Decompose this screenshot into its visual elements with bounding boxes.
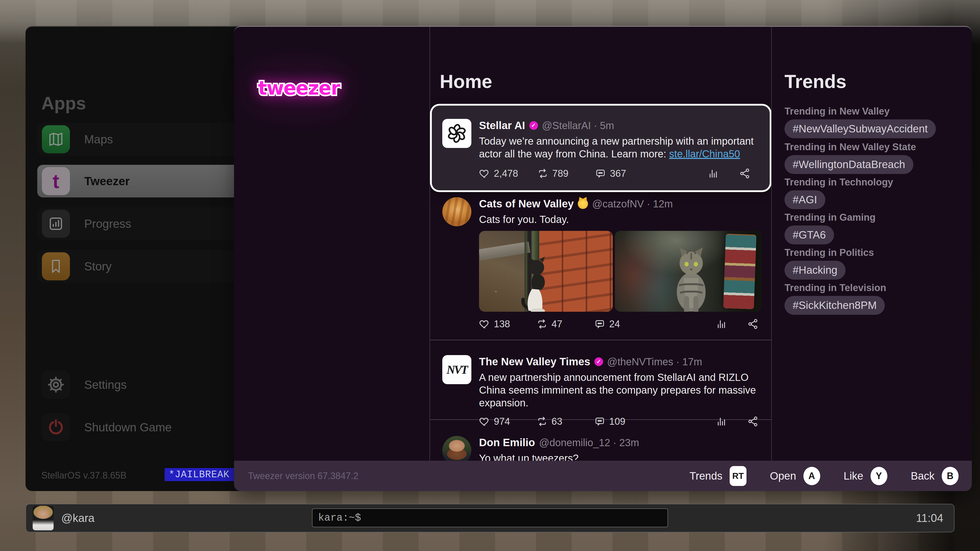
nvt-avatar: NVT [442,355,471,384]
os-version-label: StellarOS v.37.8.65B [41,470,127,481]
retweet-button[interactable]: 63 [537,416,575,427]
trend-group: Trending in New Valley #NewValleySubwayA… [784,106,962,138]
trend-tag[interactable]: #SickKitchen8PM [784,296,885,315]
sidebar-item-label: Tweezer [84,174,130,188]
tweet-author-name: Stellar AI [479,119,525,132]
gamepad-a-button[interactable]: A [803,467,820,485]
tweet-don-emilio[interactable]: Don Emilio @donemilio_12 · 23m Yo what u… [442,436,768,461]
tweet-photo-shop-cat[interactable] [615,231,762,312]
retweet-count: 789 [552,168,568,179]
tweezer-logo-text: tweezer [258,77,340,99]
trends-title: Trends [784,71,846,92]
tweet-author-handle: @catzofNV · 12m [592,197,673,210]
tweet-text: Cats for you. Today. [479,213,762,226]
taskbar-clock: 11:04 [916,512,947,524]
comment-button[interactable]: 367 [595,168,633,179]
sidebar-item-label: Maps [84,132,113,146]
terminal-input[interactable] [312,508,668,527]
comment-count: 24 [609,319,620,330]
tweezer-version-label: Tweezer version 67.3847.2 [234,471,358,481]
gamepad-hint-bar: Tweezer version 67.3847.2 Trends RT Open… [234,461,972,491]
retweet-button[interactable]: 47 [537,319,575,330]
tweet-new-valley-times[interactable]: NVT The New Valley Times ✓ @theNVTimes ·… [442,355,768,427]
trend-tag[interactable]: #GTA6 [784,225,834,245]
sidebar-item-label: Story [84,259,111,273]
trend-label: Trending in Technology [784,177,962,188]
analytics-icon[interactable] [716,416,727,427]
tweezer-window: tweezer Home [234,26,972,491]
tweet-author-name: Don Emilio [479,436,535,449]
sidebar-item-label: Settings [84,378,127,392]
like-button[interactable]: 974 [479,416,517,427]
trend-tag[interactable]: #AGI [784,190,825,209]
taskbar: @kara 11:04 [25,504,955,532]
comment-count: 367 [610,168,626,179]
share-icon[interactable] [747,416,759,427]
taskbar-username: @kara [61,512,94,524]
gamepad-b-button[interactable]: B [942,467,959,485]
trend-tag[interactable]: #NewValleySubwayAccident [784,119,936,138]
verified-badge-icon: ✓ [529,121,538,130]
retweet-count: 63 [552,416,562,427]
trend-label: Trending in New Valley State [784,141,962,152]
hint-like: Like Y [844,467,887,485]
progress-icon [42,210,70,238]
tweet-photo-street-cat[interactable] [479,231,613,312]
tweezer-logo-column: tweezer [234,27,430,461]
power-icon [42,413,70,441]
cats-avatar [442,197,471,226]
retweet-count: 47 [552,319,562,330]
kissing-cat-emoji [578,199,588,209]
comment-button[interactable]: 24 [594,319,633,330]
kara-avatar[interactable] [33,506,54,530]
gamepad-rt-button[interactable]: RT [730,466,746,486]
don-emilio-avatar [442,436,471,461]
share-icon[interactable] [747,318,759,330]
trend-tag[interactable]: #WellingtonDataBreach [784,155,913,174]
like-button[interactable]: 138 [479,319,517,330]
like-count: 138 [494,319,510,330]
sidebar-item-label: Progress [84,217,131,230]
retweet-button[interactable]: 789 [538,168,576,179]
trend-group: Trending in Gaming #GTA6 [784,212,962,245]
trend-group: Trending in Politics #Hacking [784,247,962,279]
tweet-link[interactable]: ste.llar/China50 [669,148,740,159]
comment-button[interactable]: 109 [594,416,633,427]
tweet-stellar-ai[interactable]: Stellar AI ✓ @StellarAI · 5m Today we’re… [432,106,770,190]
tweet-text: Yo what up tweezers? [479,452,762,461]
analytics-icon[interactable] [708,168,719,179]
verified-badge-icon: ✓ [594,357,603,366]
like-count: 974 [494,416,510,427]
story-icon [42,252,70,280]
like-button[interactable]: 2,478 [479,168,518,179]
tweet-divider [430,340,771,340]
tweet-author-handle: @StellarAI · 5m [542,119,614,132]
trend-group: Trending in Television #SickKitchen8PM [784,283,962,315]
tweet-author-name: The New Valley Times [479,355,590,368]
tweet-text: A new partnership announcement from Stel… [479,371,762,409]
tweet-text: Today we’re announcing a new partnership… [479,135,759,160]
gear-icon [42,371,70,399]
tweet-author-name: Cats of New Valley [479,197,574,210]
screen: Apps Maps t Tweezer Progress [0,0,980,551]
tweet-divider [430,419,771,420]
tweet-author-handle: @theNVTimes · 17m [607,355,702,368]
apps-title: Apps [41,93,86,114]
analytics-icon[interactable] [716,318,727,330]
maps-icon [42,125,70,153]
feed-column: Home [430,27,772,461]
tweezer-logo: tweezer [245,74,352,102]
trends-column: Trends Trending in New Valley #NewValley… [772,27,972,461]
trend-label: Trending in Television [784,283,962,293]
tweezer-icon: t [42,167,70,195]
gamepad-y-button[interactable]: Y [870,467,887,485]
trend-label: Trending in Gaming [784,212,962,223]
hint-trends: Trends RT [690,466,746,486]
tweet-cats-of-new-valley[interactable]: Cats of New Valley @catzofNV · 12m Cats … [442,197,768,330]
stellar-ai-avatar [442,119,471,148]
share-icon[interactable] [739,168,750,179]
trend-group: Trending in New Valley State #Wellington… [784,141,962,174]
trend-tag[interactable]: #Hacking [784,261,845,279]
trend-label: Trending in Politics [784,247,962,258]
hint-back: Back B [911,467,959,485]
